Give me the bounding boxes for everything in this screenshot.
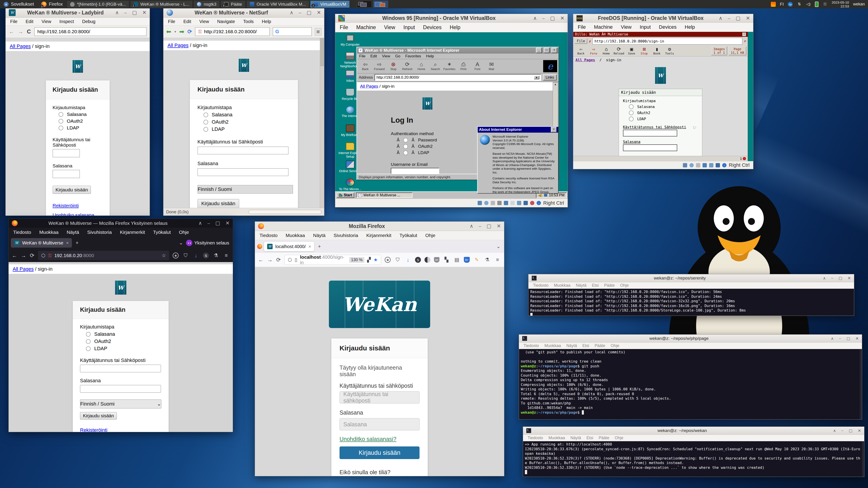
menu-item[interactable]: Machine xyxy=(356,24,376,31)
shade-button[interactable]: ∧ xyxy=(470,223,473,229)
forward-icon[interactable]: → xyxy=(267,257,273,263)
signin-button[interactable]: Kirjaudu sisään xyxy=(53,186,91,194)
download-icon[interactable]: ↓ xyxy=(405,257,411,263)
url-bar[interactable]: ⬡ ⚿ 192.168.0.20:8000 ☆ xyxy=(38,251,169,260)
dillo-close-icon[interactable]: ✕ xyxy=(742,33,746,36)
extension-card-icon[interactable]: ▤ xyxy=(454,257,460,263)
maximize-button[interactable]: ▢ xyxy=(849,428,852,433)
minimize-button[interactable]: ⎯ xyxy=(124,10,127,15)
url-input[interactable]: ⚿ http://192.168.0.20:8000/ xyxy=(195,27,270,36)
search-input[interactable]: G xyxy=(273,27,312,36)
extension-s-icon[interactable]: S xyxy=(203,253,209,258)
password-input[interactable] xyxy=(80,385,161,393)
radio-option[interactable]: Salasana xyxy=(204,112,290,118)
dillo-toolbar-home[interactable]: ⌂Home xyxy=(600,47,613,55)
forward-icon[interactable]: → xyxy=(21,252,26,259)
terminal-titlebar[interactable]: $_ wekan@z: ~/repos/serenity ∧⎯▢✕ xyxy=(528,274,854,282)
menu-item[interactable]: Edit xyxy=(26,19,33,24)
panel-clock[interactable]: 2023-05-10 22:53 xyxy=(832,0,849,8)
password-input[interactable] xyxy=(197,168,288,176)
taskbar-button-p-te[interactable]: Pääte5 xyxy=(221,0,246,8)
menu-item[interactable]: Etsi xyxy=(592,283,598,288)
register-link[interactable]: Rekisteröinti xyxy=(80,427,161,432)
ie-maximize-button[interactable]: □ xyxy=(544,48,550,53)
reader-blocks-icon[interactable]: ▞ xyxy=(367,257,371,263)
radio-icon[interactable] xyxy=(629,104,633,109)
minimize-button[interactable]: ⎯ xyxy=(479,223,481,229)
all-pages-link[interactable]: All Pages xyxy=(10,43,31,49)
shade-button[interactable]: ∧ xyxy=(115,10,119,15)
reload-icon[interactable]: ⟳ xyxy=(276,257,281,263)
download-icon[interactable]: ↓ xyxy=(193,252,199,259)
menu-item[interactable]: Sivuhistoria xyxy=(87,230,112,235)
radio-option[interactable]: LDAP xyxy=(629,117,698,121)
dillo-toolbar-forw[interactable]: ⇨Forw xyxy=(587,47,600,55)
maximize-button[interactable]: ▢ xyxy=(487,223,491,229)
workspace-pager[interactable] xyxy=(357,1,388,8)
username-input[interactable] xyxy=(623,130,677,136)
signin-button[interactable]: Kirjaudu sisään xyxy=(80,412,117,420)
menu-item[interactable]: View xyxy=(199,19,209,24)
applications-menu-button[interactable]: x Sovellukset xyxy=(0,0,37,8)
back-icon[interactable]: ← xyxy=(258,257,264,263)
address-input[interactable]: http://192.168.0.20:8000/ ▼ xyxy=(375,74,541,81)
menu-item[interactable]: Pääte xyxy=(594,344,605,348)
menu-item[interactable]: Sivuhistoria xyxy=(334,233,358,238)
menu-item[interactable]: Machine xyxy=(594,24,613,30)
tab-close-icon[interactable]: × xyxy=(309,244,311,249)
workspace-2[interactable] xyxy=(373,1,388,8)
menu-item[interactable]: Tiedosto xyxy=(13,230,31,235)
ie-toolbar-stop[interactable]: ⊗Stop xyxy=(386,62,400,71)
ie-toolbar-back[interactable]: ⇦Back xyxy=(358,62,372,71)
firefox-titlebar[interactable]: Mozilla Firefox ∧⎯▢✕ xyxy=(255,222,504,231)
radio-icon[interactable] xyxy=(403,144,408,149)
bookmark-star-icon[interactable]: ★ xyxy=(373,257,378,263)
menu-item[interactable]: Ohje xyxy=(615,435,623,440)
menu-item[interactable]: Etsi xyxy=(586,435,593,440)
menu-item[interactable]: Tiedosto xyxy=(528,435,543,440)
ladybird-titlebar[interactable]: W WeKan ® Multiverse - Ladybird ∧⎯▢✕ xyxy=(6,8,150,18)
back-icon[interactable]: ← xyxy=(12,252,17,259)
radio-option[interactable]: OAuth2 xyxy=(86,338,161,344)
terminal-titlebar[interactable]: $_ wekan@z: ~/repos/wekan ∧⎯▢✕ xyxy=(523,427,864,435)
menu-item[interactable]: Etsi xyxy=(582,344,589,348)
taskbar-button-nsgtk3[interactable]: nsgtk3 xyxy=(193,0,220,8)
menu-item[interactable]: File xyxy=(359,54,365,59)
shade-button[interactable]: ∧ xyxy=(831,336,834,341)
menu-item[interactable]: Navigate xyxy=(217,19,235,24)
radio-option[interactable]: Salasana xyxy=(59,111,103,117)
menu-item[interactable]: Debug xyxy=(82,19,95,24)
username-input[interactable] xyxy=(53,149,80,157)
terminal-titlebar[interactable]: $_ wekan@z: ~/repos/w/php/page ∧⎯▢✕ xyxy=(519,335,862,343)
menu-item[interactable]: Ohje xyxy=(620,283,629,288)
minimize-button[interactable]: ⎯ xyxy=(841,428,843,433)
start-button[interactable]: Start xyxy=(337,193,354,198)
maximize-button[interactable]: ▢ xyxy=(132,10,137,15)
insecure-padlock-icon[interactable]: ⚿ xyxy=(48,253,52,258)
menu-item[interactable]: Työkalut xyxy=(399,233,417,238)
dillo-toolbar-tools[interactable]: ⚙Tools xyxy=(663,47,676,55)
vbox-titlebar[interactable]: DOS FreeDOS [Running] - Oracle VM Virtua… xyxy=(573,14,753,23)
menu-item[interactable]: Kirjanmerkit xyxy=(120,230,145,235)
terminal-scrollbar[interactable] xyxy=(860,349,862,419)
fingerprint-icon[interactable]: ◉ xyxy=(385,257,391,263)
extension-badge-9plus-icon[interactable]: 9+ xyxy=(464,257,470,263)
menu-item[interactable]: Tools xyxy=(243,19,254,24)
password-input[interactable] xyxy=(53,170,80,178)
close-button[interactable]: ✕ xyxy=(225,220,230,226)
hamburger-icon[interactable]: ≡ xyxy=(315,28,321,35)
menu-item[interactable]: Pääte xyxy=(598,435,609,440)
menu-item[interactable]: View xyxy=(382,54,391,59)
menu-item[interactable]: Näytä xyxy=(576,283,586,288)
minimize-button[interactable]: ⎯ xyxy=(831,276,833,281)
taskbar-task-button[interactable]: e WeKan ® Multiverse ... xyxy=(356,193,412,198)
menu-item[interactable]: Työkalut xyxy=(153,230,170,235)
dillo-bug-icon[interactable] xyxy=(743,157,746,160)
taskbar-button-virtualboxvm[interactable]: VirtualBoxVM2 xyxy=(310,0,350,8)
register-link[interactable]: Rekisteröidy xyxy=(340,476,371,476)
url-input[interactable]: http://192.168.0.20:8000/ xyxy=(34,27,147,36)
username-input[interactable] xyxy=(391,168,439,174)
volume-tray-icon[interactable]: ◁) xyxy=(806,2,811,7)
menu-item[interactable]: Muokkaa xyxy=(548,435,565,440)
close-button[interactable]: ✕ xyxy=(858,428,861,433)
